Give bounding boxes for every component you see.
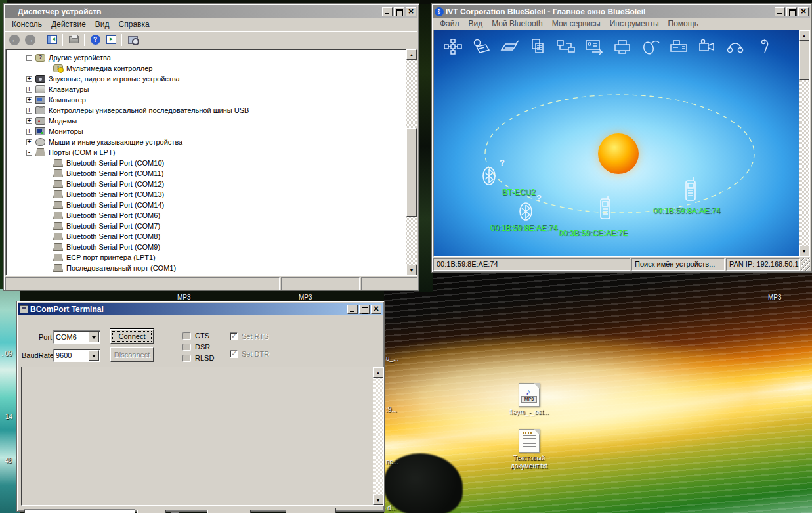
close-button[interactable] xyxy=(406,7,416,16)
help-button[interactable]: ? xyxy=(89,33,102,47)
scroll-up-button[interactable]: ▲ xyxy=(373,367,383,378)
tree-item[interactable]: Bluetooth Serial Port (COM10) xyxy=(6,158,406,168)
tree-item[interactable]: Bluetooth Serial Port (COM6) xyxy=(6,210,406,221)
tree-item[interactable]: Порты (COM и LPT) xyxy=(6,147,406,158)
menu-item[interactable]: Консоль xyxy=(8,19,46,30)
phone-device-2[interactable]: 00:1B:59:8A:AE:74 xyxy=(682,176,699,206)
minimize-button[interactable] xyxy=(382,7,393,16)
back-button[interactable]: ← xyxy=(8,33,21,47)
scan-for-changes-button[interactable] xyxy=(126,33,139,47)
menu-item[interactable]: Вид xyxy=(465,18,487,29)
resize-grip[interactable] xyxy=(801,258,810,271)
memo-vertical-scrollbar[interactable]: ▲ ▼ xyxy=(373,367,383,505)
tree-item[interactable]: Процессоры xyxy=(6,273,406,275)
toolbar-separator xyxy=(121,34,122,46)
cts-label: CTS xyxy=(195,332,209,340)
menu-item[interactable]: Справка xyxy=(115,19,154,30)
button1-button[interactable]: Button1 xyxy=(286,508,336,513)
menu-item[interactable]: Действие xyxy=(47,19,90,30)
device-manager-titlebar[interactable]: Диспетчер устройств xyxy=(5,5,417,18)
expand-toggle[interactable] xyxy=(26,129,32,135)
port-combobox[interactable]: COM6 xyxy=(53,330,100,344)
connect-button[interactable]: Connect xyxy=(110,329,154,344)
expand-toggle[interactable] xyxy=(26,150,32,156)
expand-toggle[interactable] xyxy=(26,87,32,93)
scroll-down-button[interactable]: ▼ xyxy=(799,246,809,256)
tree-item[interactable]: Bluetooth Serial Port (COM11) xyxy=(6,168,406,179)
disconnect-button[interactable]: Disconnect xyxy=(110,347,154,362)
minimize-button[interactable] xyxy=(347,305,358,314)
bluetooth-device-bt-ecu2[interactable]: ? BT-ECU2 xyxy=(480,164,498,190)
canvas-vertical-scrollbar[interactable]: ▲ ▼ xyxy=(799,30,809,256)
show-window-button[interactable] xyxy=(104,33,118,47)
set-rts-checkbox[interactable] xyxy=(230,332,238,340)
scrollbar-thumb[interactable] xyxy=(406,128,417,217)
tree-item[interactable]: Клавиатуры xyxy=(6,84,406,95)
tree-item-label: Bluetooth Serial Port (COM8) xyxy=(66,233,160,240)
tree-item[interactable]: Мультимедиа контроллер xyxy=(6,63,406,74)
dropdown-arrow-icon[interactable] xyxy=(89,332,99,342)
tree-vertical-scrollbar[interactable]: ▲ ▼ xyxy=(406,49,417,275)
scroll-down-button[interactable]: ▼ xyxy=(406,265,417,275)
close-button[interactable] xyxy=(798,7,809,16)
menu-item[interactable]: Помощь xyxy=(664,18,702,29)
expand-toggle[interactable] xyxy=(26,139,32,145)
set-dtr-checkbox-row[interactable]: Set DTR xyxy=(230,350,269,358)
scroll-down-button[interactable]: ▼ xyxy=(373,495,383,505)
properties-button[interactable] xyxy=(67,33,80,47)
menu-item[interactable]: Инструменты xyxy=(606,18,663,29)
tree-item[interactable]: Bluetooth Serial Port (COM14) xyxy=(6,200,406,210)
forward-button[interactable]: → xyxy=(24,33,37,47)
expand-toggle[interactable] xyxy=(26,118,32,124)
tree-item[interactable]: Мониторы xyxy=(6,126,406,137)
desktop-icon-text-document[interactable]: Текстовый документ.txt xyxy=(505,429,553,470)
baudrate-combobox[interactable]: 9600 xyxy=(53,349,100,362)
tree-item[interactable]: Bluetooth Serial Port (COM9) xyxy=(6,242,406,252)
tree-item[interactable]: Последовательный порт (COM1) xyxy=(6,263,406,273)
maximize-button[interactable] xyxy=(394,7,404,16)
menu-item[interactable]: Мои сервисы xyxy=(548,18,605,29)
bluetooth-device-unknown[interactable]: ? 00:1B:59:8E:AE:74 xyxy=(517,200,535,226)
menu-item[interactable]: Вид xyxy=(91,19,114,30)
tree-item[interactable]: Другие устройства xyxy=(6,53,406,63)
minimize-button[interactable] xyxy=(775,7,785,16)
expand-toggle[interactable] xyxy=(26,76,32,82)
send-text-input[interactable] xyxy=(24,509,135,513)
set-dtr-checkbox[interactable] xyxy=(230,350,238,358)
menu-item[interactable]: Мой Bluetooth xyxy=(488,18,547,29)
terminal-titlebar[interactable]: BComPort Terminal xyxy=(18,303,383,315)
tree-item[interactable]: Мыши и иные указывающие устройства xyxy=(6,137,406,147)
window-title: Диспетчер устройств xyxy=(18,7,380,16)
tree-item[interactable]: Модемы xyxy=(6,116,406,126)
tree-item[interactable]: Bluetooth Serial Port (COM13) xyxy=(6,189,406,200)
bluetooth-orbit-canvas[interactable]: ? BT-ECU2 ? 00:1B:59:8E:AE:74 00:3B:59:C… xyxy=(434,30,799,256)
scroll-up-button[interactable]: ▲ xyxy=(799,30,809,41)
terminal-memo-area[interactable]: ▲ ▼ xyxy=(21,367,384,506)
maximize-button[interactable] xyxy=(786,7,797,16)
clear-memo-button[interactable]: Clear Memo xyxy=(207,510,251,513)
maximize-button[interactable] xyxy=(359,305,370,314)
show-console-tree-button[interactable] xyxy=(45,33,58,47)
device-name-label: 00:3B:59:CE:AE:7E xyxy=(559,229,628,238)
expand-toggle[interactable] xyxy=(26,55,32,61)
menu-item[interactable]: Файл xyxy=(436,18,463,29)
tree-item[interactable]: Bluetooth Serial Port (COM7) xyxy=(6,221,406,231)
scrollbar-thumb[interactable] xyxy=(799,41,809,80)
desktop-icon-mp3-file[interactable]: ♪ MP3 fleym_-_ost... xyxy=(505,383,553,416)
phone-device-1[interactable]: 00:3B:59:CE:AE:7E xyxy=(597,194,614,225)
set-rts-checkbox-row[interactable]: Set RTS xyxy=(230,332,268,340)
send-button[interactable]: Send xyxy=(137,510,166,513)
tree-item[interactable]: Звуковые, видео и игровые устройства xyxy=(6,74,406,84)
tree-item[interactable]: Компьютер xyxy=(6,95,406,105)
expand-toggle[interactable] xyxy=(26,108,32,114)
tree-item[interactable]: Контроллеры универсальной последовательн… xyxy=(6,105,406,116)
scroll-up-button[interactable]: ▲ xyxy=(406,49,417,60)
bluesoleil-titlebar[interactable]: ᛒ IVT Corporation BlueSoleil - Главное о… xyxy=(433,5,810,18)
expand-toggle[interactable] xyxy=(26,97,32,103)
dropdown-arrow-icon[interactable] xyxy=(89,350,99,361)
my-device-sun[interactable] xyxy=(598,133,639,174)
tree-item[interactable]: ECP порт принтера (LPT1) xyxy=(6,252,406,263)
tree-item[interactable]: Bluetooth Serial Port (COM12) xyxy=(6,179,406,189)
close-button[interactable] xyxy=(371,305,381,314)
tree-item[interactable]: Bluetooth Serial Port (COM8) xyxy=(6,231,406,242)
